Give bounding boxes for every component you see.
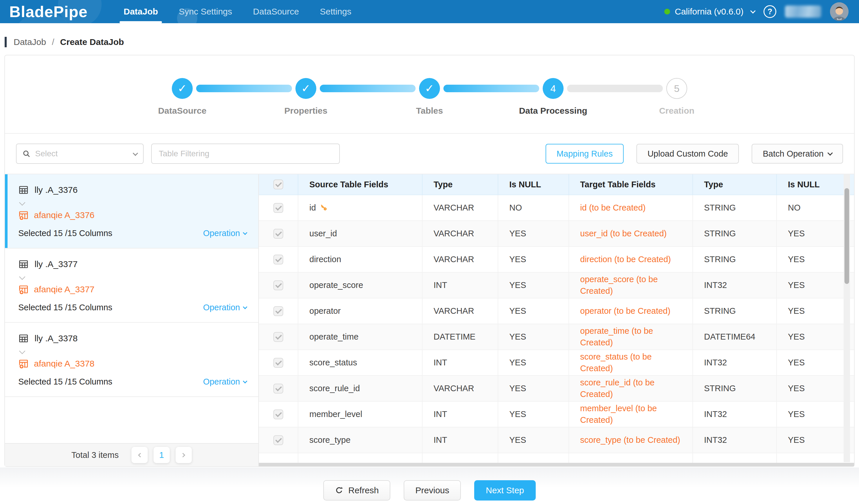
mapping-rules-label: Mapping Rules <box>557 149 613 159</box>
user-name-blurred <box>785 5 821 18</box>
chevron-down-icon <box>827 150 833 155</box>
source-field-is-null: YES <box>498 427 569 453</box>
nav-menu: DataJob Sync Settings DataSource Setting… <box>113 0 362 23</box>
source-table-name: lly .A_3377 <box>34 259 77 269</box>
environment-selector[interactable]: California (v0.6.0) <box>664 7 755 17</box>
next-step-button[interactable]: Next Step <box>474 480 536 501</box>
breadcrumb-accent-bar <box>5 37 7 47</box>
operation-link[interactable]: Operation <box>203 303 247 312</box>
row-checkbox[interactable] <box>273 229 283 239</box>
source-field-is-null: YES <box>498 401 569 427</box>
source-field-type: VARCHAR <box>423 376 498 401</box>
source-field-type: DATETIME <box>423 324 498 350</box>
expand-chevron-icon[interactable] <box>19 348 25 354</box>
row-checkbox[interactable] <box>273 280 283 290</box>
previous-label: Previous <box>415 486 449 495</box>
target-field-name: operate_score (to be Created) <box>569 272 693 298</box>
batch-operation-button[interactable]: Batch Operation <box>752 144 843 163</box>
upload-custom-code-label: Upload Custom Code <box>647 149 728 159</box>
row-checkbox[interactable] <box>273 384 283 394</box>
vertical-scrollbar-thumb[interactable] <box>844 188 849 284</box>
source-field-is-null: YES <box>498 221 569 247</box>
source-field-name: score_type <box>310 435 350 445</box>
operation-label: Operation <box>203 229 240 238</box>
row-checkbox[interactable] <box>273 332 283 342</box>
upload-custom-code-button[interactable]: Upload Custom Code <box>636 144 739 163</box>
select-all-checkbox[interactable] <box>273 179 283 189</box>
expand-chevron-icon[interactable] <box>19 274 25 280</box>
source-field-name: operate_time <box>310 332 358 342</box>
source-table-name: lly .A_3378 <box>34 333 77 343</box>
nav-item[interactable]: DataSource <box>243 0 310 23</box>
horizontal-scrollbar[interactable] <box>259 463 854 466</box>
total-items-label: Total 3 items <box>71 450 119 460</box>
chevron-down-icon <box>133 151 138 156</box>
nav-item-label: DataJob <box>124 7 158 17</box>
source-field-name: score_status <box>310 358 357 367</box>
target-field-type: INT32 <box>693 427 777 453</box>
target-field-name: score_type (to be Created) <box>569 427 693 453</box>
source-field-is-null: YES <box>498 376 569 401</box>
source-field-is-null: YES <box>498 272 569 298</box>
breadcrumb-parent[interactable]: DataJob <box>14 37 46 47</box>
row-checkbox[interactable] <box>273 203 283 213</box>
target-table-name: afanqie A_3377 <box>34 284 95 294</box>
previous-button[interactable]: Previous <box>404 480 461 501</box>
target-field-type: STRING <box>693 247 777 272</box>
source-field-name: score_rule_id <box>310 384 360 393</box>
operation-link[interactable]: Operation <box>203 377 247 387</box>
chevron-left-icon <box>138 453 143 457</box>
pagination-next-button[interactable] <box>176 447 192 463</box>
source-field-type: INT <box>423 427 498 453</box>
pagination-prev-button[interactable] <box>132 447 148 463</box>
nav-item-label: Sync Settings <box>179 7 232 17</box>
nav-item-label: DataSource <box>253 7 299 17</box>
nav-item[interactable]: Sync Settings <box>168 0 242 23</box>
source-field-type: INT <box>423 401 498 427</box>
help-icon[interactable]: ? <box>764 5 776 18</box>
nav-item[interactable]: Settings <box>310 0 362 23</box>
source-table-name: lly .A_3376 <box>34 185 77 195</box>
nav-right: California (v0.6.0) ? <box>664 2 848 21</box>
target-field-is-null: YES <box>777 350 854 376</box>
select-placeholder: Select <box>35 149 129 158</box>
source-table-icon <box>18 259 29 269</box>
source-field-is-null: NO <box>498 195 569 221</box>
pagination-page-1[interactable]: 1 <box>153 447 170 463</box>
search-icon <box>22 149 30 158</box>
table-select-dropdown[interactable]: Select <box>16 144 144 164</box>
source-field-name: direction <box>310 255 341 264</box>
nav-item[interactable]: DataJob <box>113 0 168 23</box>
source-field-name: id <box>310 203 316 212</box>
target-field-is-null: YES <box>777 324 854 350</box>
refresh-icon <box>335 486 344 495</box>
row-checkbox[interactable] <box>273 255 283 265</box>
target-field-name: user_id (to be Created) <box>569 221 693 247</box>
mapping-table-row: user_id VARCHAR YES user_id (to be Creat… <box>259 221 854 247</box>
avatar[interactable] <box>830 2 848 21</box>
mapping-table-header: Source Table Fields Type Is NULL Target … <box>259 174 854 195</box>
expand-chevron-icon[interactable] <box>19 200 25 206</box>
target-table-create-icon <box>18 359 29 369</box>
table-filtering-input[interactable] <box>151 144 340 164</box>
row-checkbox[interactable] <box>273 435 283 445</box>
table-pair-card[interactable]: lly .A_3376 afanqie A_3376 Selected 15 /… <box>5 174 258 249</box>
operation-link[interactable]: Operation <box>203 229 247 238</box>
target-field-is-null: YES <box>777 221 854 247</box>
step-label: Creation <box>659 106 694 116</box>
row-checkbox[interactable] <box>273 306 283 316</box>
source-field-name: user_id <box>310 229 337 238</box>
step-circle: ✓ <box>419 78 440 99</box>
mapping-rules-button[interactable]: Mapping Rules <box>546 144 624 163</box>
wizard-step: ✓ Tables <box>419 78 440 99</box>
breadcrumb: DataJob / Create DataJob <box>0 35 859 49</box>
row-checkbox[interactable] <box>273 358 283 368</box>
table-row-partial <box>259 453 854 464</box>
row-checkbox[interactable] <box>273 409 283 419</box>
target-field-name: member_level (to be Created) <box>569 401 693 427</box>
content-row: lly .A_3376 afanqie A_3376 Selected 15 /… <box>5 174 854 466</box>
table-pair-card[interactable]: lly .A_3378 afanqie A_3378 Selected 15 /… <box>5 323 258 397</box>
breadcrumb-separator: / <box>52 37 54 47</box>
refresh-button[interactable]: Refresh <box>323 480 390 501</box>
table-pair-card[interactable]: lly .A_3377 afanqie A_3377 Selected 15 /… <box>5 249 258 323</box>
